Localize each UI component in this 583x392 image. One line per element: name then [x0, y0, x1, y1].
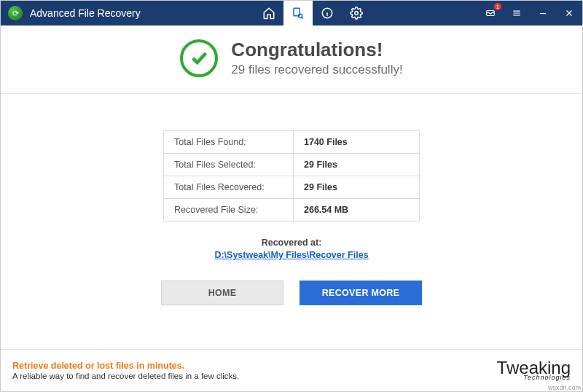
stat-label: Total Files Recovered: — [164, 176, 294, 198]
table-row: Recovered File Size: 266.54 MB — [164, 199, 419, 222]
notification-badge: 1 — [494, 3, 501, 10]
window-controls: 1 — [477, 1, 582, 26]
action-buttons: HOME RECOVER MORE — [1, 281, 582, 305]
menu-button[interactable] — [504, 1, 530, 26]
file-search-icon — [292, 7, 305, 20]
settings-tab[interactable] — [342, 1, 371, 26]
home-icon — [262, 7, 275, 20]
table-row: Total Files Selected: 29 Files — [164, 154, 419, 176]
stat-value: 29 Files — [294, 176, 419, 198]
inbox-icon — [485, 8, 496, 18]
stat-value: 266.54 MB — [294, 199, 419, 221]
title-bar: ⟳ Advanced File Recovery 1 — [1, 1, 582, 26]
footer: Retrieve deleted or lost files in minute… — [1, 349, 582, 391]
scan-results-tab[interactable] — [283, 1, 313, 26]
stat-value: 1740 Files — [294, 131, 419, 153]
stat-label: Total Files Found: — [164, 131, 294, 153]
minimize-icon — [538, 8, 548, 18]
success-check-icon — [180, 39, 218, 77]
app-title: Advanced File Recovery — [30, 7, 141, 19]
nav-tabs — [254, 1, 371, 26]
hero-subtitle: 29 files recovered successfully! — [231, 63, 402, 77]
divider — [1, 93, 582, 94]
table-row: Total Files Found: 1740 Files — [164, 131, 419, 154]
recover-more-button[interactable]: RECOVER MORE — [300, 281, 422, 305]
info-tab[interactable] — [313, 1, 342, 26]
success-hero: Congratulations! 29 files recovered succ… — [1, 26, 582, 93]
hamburger-icon — [512, 8, 522, 18]
main-content: Congratulations! 29 files recovered succ… — [1, 26, 582, 305]
stat-value: 29 Files — [294, 154, 419, 176]
brand-logo: Tweaking Technologies — [497, 361, 571, 380]
svg-point-3 — [355, 12, 359, 15]
app-logo-icon: ⟳ — [8, 6, 23, 20]
info-icon — [321, 7, 334, 20]
attribution: wsxdn.com — [548, 384, 581, 391]
recovered-path-link[interactable]: D:\Systweak\My Files\Recover Files — [214, 250, 368, 260]
brand-logo-top: Tweaking — [497, 361, 571, 375]
footer-text: Retrieve deleted or lost files in minute… — [12, 361, 239, 380]
close-icon — [564, 8, 574, 18]
hero-title: Congratulations! — [231, 39, 402, 61]
footer-sub: A reliable way to find and recover delet… — [12, 372, 239, 380]
stat-label: Recovered File Size: — [164, 199, 294, 221]
home-tab[interactable] — [254, 1, 283, 26]
gear-icon — [350, 7, 363, 20]
hero-text: Congratulations! 29 files recovered succ… — [231, 39, 402, 77]
stat-label: Total Files Selected: — [164, 154, 294, 176]
recovered-path: D:\Systweak\My Files\Recover Files — [1, 250, 582, 260]
close-button[interactable] — [556, 1, 582, 26]
minimize-button[interactable] — [530, 1, 556, 26]
home-button[interactable]: HOME — [161, 281, 283, 305]
footer-headline: Retrieve deleted or lost files in minute… — [12, 361, 239, 371]
recovered-at-label: Recovered at: — [1, 238, 582, 248]
notification-button[interactable]: 1 — [477, 1, 504, 26]
stats-table: Total Files Found: 1740 Files Total File… — [163, 130, 420, 222]
table-row: Total Files Recovered: 29 Files — [164, 176, 419, 199]
